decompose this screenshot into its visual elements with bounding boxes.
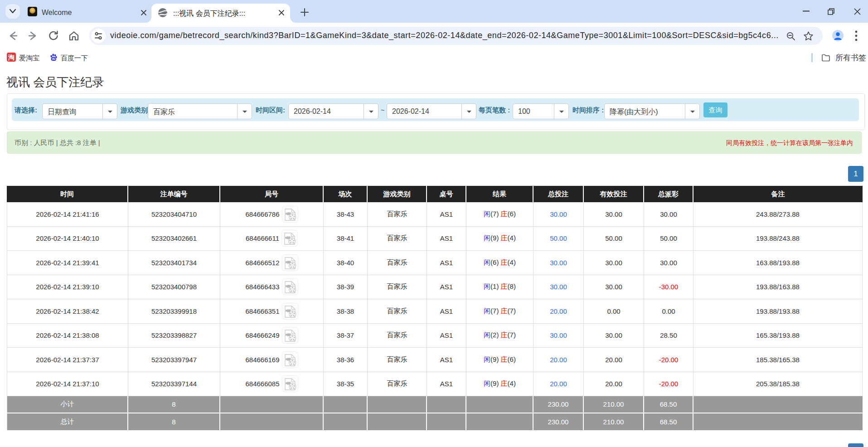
svg-text:du: du (52, 57, 55, 60)
